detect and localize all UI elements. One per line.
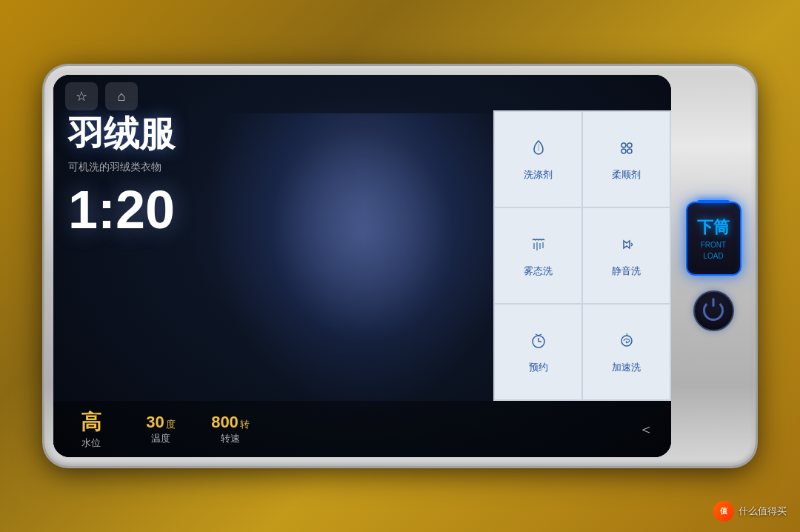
settings-bar: 高 水位 30 度 温度 800 转 转速 [53, 401, 671, 457]
schedule-button[interactable]: 预约 [495, 305, 581, 399]
drum-label-english-2: LOAD [703, 251, 723, 261]
temperature-setting[interactable]: 30 度 温度 [135, 413, 187, 445]
svg-point-0 [621, 143, 626, 147]
water-level-label: 水位 [81, 436, 101, 450]
schedule-icon [528, 330, 549, 356]
screen: ☆ ⌂ 羽绒服 可机洗的羽绒类衣物 1:20 [53, 75, 671, 457]
turbo-icon [616, 330, 637, 356]
star-icon: ☆ [76, 88, 87, 104]
watermark: 值 什么值得买 [713, 501, 787, 522]
expand-button[interactable]: ＜ [633, 416, 659, 442]
spin-speed-unit: 转 [240, 418, 250, 431]
detergent-label: 洗涤剂 [524, 168, 553, 182]
temperature-label: 温度 [151, 432, 170, 445]
top-nav-row: ☆ ⌂ [53, 75, 671, 110]
program-description: 可机洗的羽绒类衣物 [68, 161, 479, 174]
mist-wash-label: 雾态洗 [524, 265, 553, 278]
water-level-value: 高 [81, 408, 101, 436]
home-button[interactable]: ⌂ [105, 82, 138, 110]
washer-panel: ☆ ⌂ 羽绒服 可机洗的羽绒类衣物 1:20 [44, 66, 756, 466]
detergent-button[interactable]: 洗涤剂 [495, 112, 581, 207]
right-function-panel: 洗涤剂 柔顺剂 [493, 110, 671, 401]
softener-icon [616, 138, 637, 164]
physical-controls: 下筒 FRONT LOAD [680, 75, 747, 457]
power-button[interactable] [693, 290, 734, 331]
temperature-value: 30 [146, 413, 164, 432]
turbo-wash-button[interactable]: 加速洗 [583, 305, 670, 399]
turbo-wash-label: 加速洗 [612, 361, 641, 374]
drum-select-button[interactable]: 下筒 FRONT LOAD [686, 202, 741, 276]
silent-icon [616, 234, 637, 260]
svg-point-1 [627, 143, 632, 147]
schedule-label: 预约 [529, 361, 548, 374]
spin-speed-setting[interactable]: 800 转 转速 [204, 413, 256, 445]
watermark-logo: 值 [713, 501, 734, 522]
drum-label-english-1: FRONT [701, 240, 726, 250]
silent-wash-button[interactable]: 静音洗 [583, 208, 670, 303]
chevron-left-icon: ＜ [639, 421, 653, 437]
spin-speed-value: 800 [211, 413, 239, 432]
favorite-button[interactable]: ☆ [65, 82, 98, 110]
spin-speed-label: 转速 [221, 432, 240, 445]
screen-container: ☆ ⌂ 羽绒服 可机洗的羽绒类衣物 1:20 [53, 75, 671, 457]
svg-point-3 [627, 149, 632, 153]
power-icon [703, 300, 724, 321]
left-panel: 羽绒服 可机洗的羽绒类衣物 1:20 [53, 110, 493, 401]
water-level-setting[interactable]: 高 水位 [65, 408, 117, 450]
mist-icon [528, 234, 549, 260]
home-icon: ⌂ [118, 89, 126, 104]
detergent-icon [528, 138, 549, 164]
mist-wash-button[interactable]: 雾态洗 [495, 208, 581, 303]
main-content: 羽绒服 可机洗的羽绒类衣物 1:20 洗涤剂 [53, 110, 671, 401]
watermark-text: 什么值得买 [739, 505, 787, 518]
softener-button[interactable]: 柔顺剂 [583, 112, 670, 207]
time-display: 1:20 [68, 183, 479, 236]
svg-point-2 [621, 149, 626, 153]
drum-label-chinese: 下筒 [697, 216, 730, 239]
softener-label: 柔顺剂 [612, 168, 641, 182]
program-name: 羽绒服 [68, 110, 479, 158]
temperature-unit: 度 [166, 418, 176, 431]
silent-wash-label: 静音洗 [612, 265, 641, 278]
